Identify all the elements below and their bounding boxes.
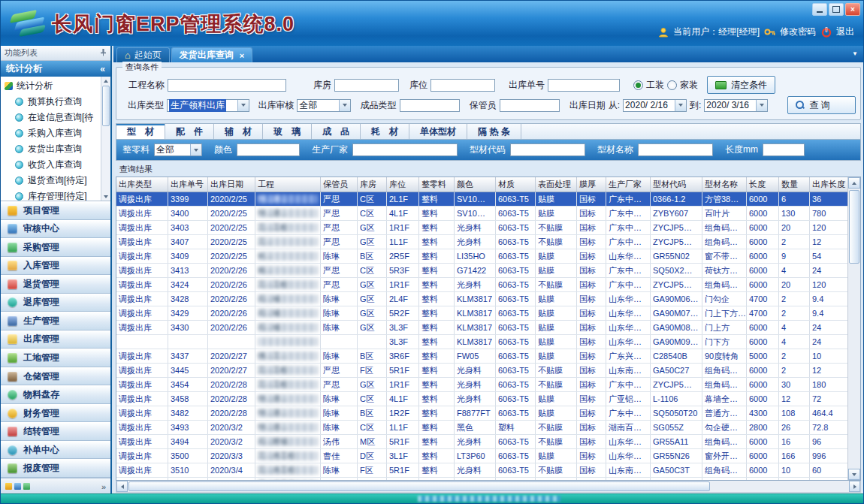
sidebar-item-inventory[interactable]: 物料盘存 bbox=[1, 385, 110, 404]
length-input[interactable] bbox=[763, 143, 805, 156]
horizontal-scroll-thumb[interactable] bbox=[128, 481, 710, 491]
collapse-icon[interactable]: « bbox=[100, 64, 105, 74]
keeper-input[interactable] bbox=[500, 99, 560, 112]
whole-piece-select[interactable]: 全部 bbox=[154, 143, 202, 156]
tree-item[interactable]: 预算执行查询 bbox=[1, 94, 110, 110]
tree-item[interactable]: 退货查询[待定] bbox=[1, 173, 110, 189]
sidebar-item-inbound[interactable]: 入库管理 bbox=[1, 257, 110, 276]
tree-item[interactable]: 库存管理[待定] bbox=[1, 189, 110, 201]
table-row[interactable]: 调拨出库34942020/3/2石…辉城汤伟M区5R1F整料光身料6063-T5… bbox=[116, 435, 847, 449]
sidebar-item-return-warehouse[interactable]: 退库管理 bbox=[1, 294, 110, 312]
table-row[interactable]: 调拨出库34282020/2/26石…城陈琳G区2L4F整料KLM3817606… bbox=[116, 292, 847, 306]
change-password-link[interactable]: 修改密码 bbox=[780, 26, 816, 38]
profile-name-input[interactable] bbox=[638, 143, 713, 156]
tab-shipping-outbound-query[interactable]: 发货出库查询 × bbox=[171, 47, 252, 62]
scroll-up-icon[interactable] bbox=[101, 77, 110, 85]
sidebar-item-scrap[interactable]: 报废管理 bbox=[1, 459, 110, 478]
table-row[interactable]: 调拨出库34002020/2/25华…原…严思C区4L1F整料SV10…6063… bbox=[116, 207, 847, 221]
material-tab[interactable]: 耗 材 bbox=[361, 124, 409, 139]
column-header[interactable]: 保管员 bbox=[321, 177, 358, 192]
vertical-scroll-thumb[interactable] bbox=[849, 190, 859, 264]
column-header[interactable]: 表面处理 bbox=[536, 177, 577, 192]
profile-code-input[interactable] bbox=[510, 143, 585, 156]
tree-item[interactable]: 发货出库查询 bbox=[1, 141, 110, 157]
location-input[interactable] bbox=[430, 79, 495, 92]
column-header[interactable]: 材质 bbox=[496, 177, 536, 192]
project-name-input[interactable] bbox=[168, 79, 286, 92]
sidebar-item-finance[interactable]: 财务管理 bbox=[1, 404, 110, 423]
table-row[interactable]: 调拨出库34542020/2/28工…工程严思G区1R1F整料光身料6063-T… bbox=[116, 378, 847, 392]
column-header[interactable]: 出库日期 bbox=[208, 177, 255, 192]
tab-home[interactable]: ⌂ 起始页 bbox=[116, 47, 170, 62]
column-header[interactable]: 整零料 bbox=[419, 177, 455, 192]
sidebar-item-supplement[interactable]: 补单中心 bbox=[1, 441, 110, 460]
sidebar-item-production[interactable]: 生产管理 bbox=[1, 312, 110, 330]
pin-icon[interactable] bbox=[100, 48, 107, 58]
close-button[interactable]: × bbox=[845, 3, 860, 16]
table-row[interactable]: 调拨出库34302020/2/26石…城陈琳G区3L3F整料KLM3817606… bbox=[116, 321, 847, 335]
audit-select[interactable]: 全部 bbox=[297, 99, 350, 112]
manufacturer-input[interactable] bbox=[352, 143, 458, 156]
table-row[interactable]: 调拨出库35002020/3/3工…共工程曹佳D区3L1F整料LT3P60606… bbox=[116, 449, 847, 463]
table-row[interactable]: 调拨出库34292020/2/26石…城陈琳G区5R2F整料KLM3817606… bbox=[116, 306, 847, 321]
tree-scrollbar[interactable] bbox=[101, 77, 110, 201]
table-row[interactable]: 调拨出库34372020/2/27佛…工…陈琳B区3R6F整料FW056063-… bbox=[116, 349, 847, 364]
product-type-input[interactable] bbox=[400, 99, 460, 112]
table-row[interactable]: 调拨出库35102020/3/4工…共工程陈琳F区5R1F整料光身料6063-T… bbox=[116, 463, 847, 478]
tree-item[interactable]: 在途信息查询[待 bbox=[1, 110, 110, 125]
radio-gongzhuang[interactable]: 工装 bbox=[633, 79, 664, 92]
table-row[interactable]: 调拨出库34032020/2/25工…工程严思G区1R1F整料光身料6063-T… bbox=[116, 221, 847, 235]
sidebar-item-outbound[interactable]: 出库管理 bbox=[1, 330, 110, 349]
column-header[interactable]: 数量 bbox=[779, 177, 810, 192]
scroll-left-icon[interactable] bbox=[116, 481, 128, 492]
sidebar-item-purchase[interactable]: 采购管理 bbox=[1, 238, 110, 257]
tree-item[interactable]: 收货入库查询 bbox=[1, 157, 110, 173]
column-header[interactable]: 长度 bbox=[747, 177, 779, 192]
table-row[interactable]: 调拨出库33992020/2/25华…原…严思C区2L1F整料SV10…6063… bbox=[116, 192, 847, 207]
table-row[interactable]: 调拨出库35112020/3/4工…共工程陈琳F区1L2F整料光身料6063-T… bbox=[116, 478, 847, 481]
sidebar-item-return-goods[interactable]: 退货管理 bbox=[1, 275, 110, 294]
column-header[interactable]: 生产厂家 bbox=[606, 177, 651, 192]
sidebar-item-carryover[interactable]: 结转管理 bbox=[1, 422, 110, 441]
material-tab[interactable]: 成 品 bbox=[312, 124, 361, 139]
column-header[interactable]: 颜色 bbox=[455, 177, 496, 192]
clear-conditions-button[interactable]: 清空条件 bbox=[707, 76, 775, 94]
material-tab[interactable]: 配 件 bbox=[165, 124, 214, 139]
sidebar-item-site[interactable]: 工地管理 bbox=[1, 349, 110, 367]
material-tab[interactable]: 单体型材 bbox=[409, 124, 467, 139]
table-row[interactable]: 调拨出库34582020/2/28华…原…陈琳C区4L1F整料光身料6063-T… bbox=[116, 392, 847, 406]
outbound-type-select[interactable]: 生产领料出库 bbox=[167, 99, 249, 112]
table-row[interactable]: 调拨出库34932020/3/2华…原…陈琳C区1L1F整料黑色塑料不贴膜国标湖… bbox=[116, 421, 847, 435]
sidebar-item-audit[interactable]: 审核中心 bbox=[1, 220, 110, 239]
date-to-picker[interactable]: 2020/ 3/16 bbox=[704, 99, 768, 112]
tree-scroll-thumb[interactable] bbox=[102, 86, 110, 126]
table-row[interactable]: 调拨出库34072020/2/25工…严思G区1L1F整料光身料6063-T5不… bbox=[116, 235, 847, 249]
tab-overflow-icon[interactable]: ▼ bbox=[852, 50, 858, 57]
date-from-picker[interactable]: 2020/ 2/16 bbox=[623, 99, 687, 112]
maximize-button[interactable] bbox=[829, 3, 844, 16]
column-header[interactable]: 库房 bbox=[358, 177, 387, 192]
tab-close-icon[interactable]: × bbox=[240, 51, 244, 60]
column-header[interactable]: 出库单号 bbox=[168, 177, 208, 192]
vertical-scrollbar[interactable] bbox=[847, 177, 860, 480]
sidebar-item-storage[interactable]: 仓储管理 bbox=[1, 367, 110, 386]
material-tab[interactable]: 隔 热 条 bbox=[467, 124, 521, 139]
scroll-up-icon[interactable] bbox=[848, 177, 860, 189]
column-header[interactable]: 工程 bbox=[255, 177, 321, 192]
scroll-right-icon[interactable] bbox=[849, 481, 860, 492]
table-row[interactable]: 调拨出库34822020/2/28华…原…陈琳B区1R2F整料F8877FT60… bbox=[116, 406, 847, 421]
column-header[interactable]: 型材名称 bbox=[702, 177, 747, 192]
tree-item[interactable]: 采购入库查询 bbox=[1, 125, 110, 141]
column-header[interactable]: 出库长度 bbox=[810, 177, 848, 192]
order-no-input[interactable] bbox=[548, 79, 620, 92]
table-row[interactable]: 调拨出库34092020/2/25长…陈琳B区2R5F整料LI35HO6063-… bbox=[116, 249, 847, 264]
warehouse-input[interactable] bbox=[334, 79, 399, 92]
logout-link[interactable]: 退出 bbox=[836, 26, 854, 38]
material-tab[interactable]: 辅 材 bbox=[214, 124, 263, 139]
table-row[interactable]: 调拨出库34132020/2/26南…严思C区5R3F整料G714226063-… bbox=[116, 264, 847, 278]
tree-root[interactable]: 统计分析 bbox=[1, 77, 110, 94]
color-input[interactable] bbox=[237, 143, 300, 156]
table-row[interactable]: 3L3F整料KLM38176063-T5贴膜国标山东华…GA90M09…门下方6… bbox=[116, 335, 847, 349]
material-tab[interactable]: 型 材 bbox=[116, 124, 165, 139]
sidebar-section-statistics[interactable]: 统计分析 « bbox=[1, 61, 110, 77]
